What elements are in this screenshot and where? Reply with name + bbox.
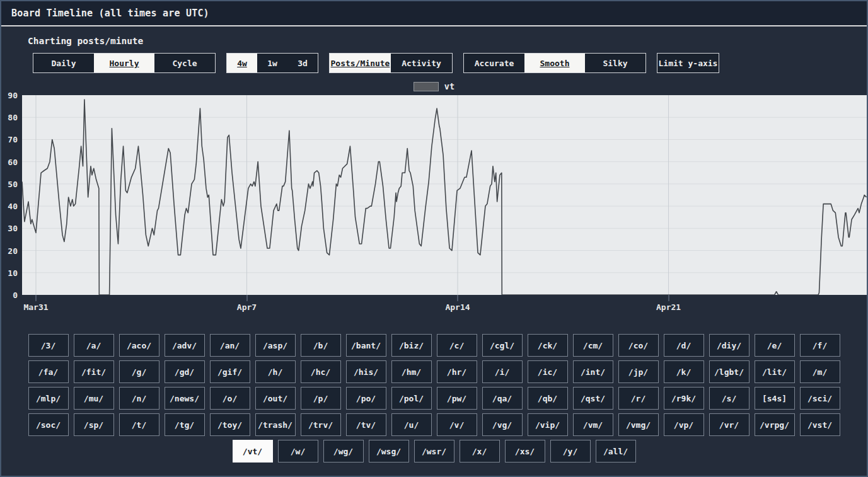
board-button[interactable]: /biz/ bbox=[391, 334, 432, 357]
board-button[interactable]: /e/ bbox=[755, 334, 795, 357]
title-bar: Board Timeline (all times are UTC) bbox=[1, 1, 867, 26]
y-axis-label: 80 bbox=[8, 113, 18, 122]
board-button[interactable]: /k/ bbox=[664, 360, 704, 383]
limit-y-axis-button[interactable]: Limit y-axis bbox=[657, 53, 719, 73]
series-line-vt bbox=[22, 100, 867, 295]
board-button[interactable]: /an/ bbox=[210, 334, 250, 357]
board-button[interactable]: /f/ bbox=[800, 334, 840, 357]
board-button[interactable]: /vip/ bbox=[528, 413, 568, 436]
board-button[interactable]: /d/ bbox=[664, 334, 704, 357]
board-button[interactable]: /bant/ bbox=[346, 334, 386, 357]
board-button[interactable]: /a/ bbox=[74, 334, 114, 357]
chart-plot-area: 0102030405060708090 bbox=[22, 95, 867, 295]
board-button[interactable]: /v/ bbox=[437, 413, 477, 436]
board-button[interactable]: /po/ bbox=[346, 387, 386, 410]
board-button[interactable]: /cgl/ bbox=[482, 334, 523, 357]
board-button[interactable]: /lgbt/ bbox=[709, 360, 749, 383]
option-activity[interactable]: Activity bbox=[391, 54, 452, 72]
option-silky[interactable]: Silky bbox=[585, 54, 645, 72]
board-button[interactable]: /pol/ bbox=[391, 387, 432, 410]
board-button[interactable]: /soc/ bbox=[28, 413, 69, 436]
board-button[interactable]: /all/ bbox=[596, 440, 636, 463]
board-button[interactable]: /hc/ bbox=[301, 360, 341, 383]
board-button[interactable]: /fit/ bbox=[74, 360, 114, 383]
board-button[interactable]: /xs/ bbox=[505, 440, 545, 463]
board-button[interactable]: /y/ bbox=[550, 440, 591, 463]
board-button[interactable]: /wg/ bbox=[323, 440, 364, 463]
option-4w[interactable]: 4w bbox=[227, 54, 257, 72]
board-button[interactable]: /vrpg/ bbox=[755, 413, 795, 436]
board-button[interactable]: /adv/ bbox=[165, 334, 205, 357]
option-accurate[interactable]: Accurate bbox=[464, 54, 524, 72]
board-button[interactable]: /h/ bbox=[255, 360, 296, 383]
board-button[interactable]: /trash/ bbox=[255, 413, 296, 436]
option-hourly[interactable]: Hourly bbox=[94, 54, 154, 72]
board-button[interactable]: /ic/ bbox=[528, 360, 568, 383]
option-cycle[interactable]: Cycle bbox=[154, 54, 215, 72]
board-button[interactable]: /r/ bbox=[618, 387, 659, 410]
board-button[interactable]: /n/ bbox=[119, 387, 159, 410]
y-axis-label: 40 bbox=[8, 202, 18, 210]
board-button[interactable]: /int/ bbox=[573, 360, 613, 383]
board-button[interactable]: /sci/ bbox=[800, 387, 840, 410]
board-button[interactable]: /trv/ bbox=[301, 413, 341, 436]
board-button[interactable]: /u/ bbox=[391, 413, 432, 436]
board-button[interactable]: /qb/ bbox=[528, 387, 568, 410]
board-button[interactable]: [s4s] bbox=[755, 387, 795, 410]
board-button[interactable]: /qa/ bbox=[482, 387, 523, 410]
board-button[interactable]: /his/ bbox=[346, 360, 386, 383]
board-button[interactable]: /3/ bbox=[28, 334, 69, 357]
board-button[interactable]: /gd/ bbox=[165, 360, 205, 383]
button-group-metric: Posts/MinuteActivity bbox=[329, 53, 453, 73]
board-button[interactable]: /t/ bbox=[119, 413, 159, 436]
board-button[interactable]: /r9k/ bbox=[664, 387, 704, 410]
board-button[interactable]: /fa/ bbox=[28, 360, 69, 383]
board-button[interactable]: /gif/ bbox=[210, 360, 250, 383]
button-group-interval: DailyHourlyCycle bbox=[33, 53, 216, 73]
board-button[interactable]: /c/ bbox=[437, 334, 477, 357]
board-button[interactable]: /pw/ bbox=[437, 387, 477, 410]
board-button[interactable]: /co/ bbox=[618, 334, 659, 357]
option-1w[interactable]: 1w bbox=[257, 54, 287, 72]
board-button[interactable]: /diy/ bbox=[709, 334, 749, 357]
board-button[interactable]: /i/ bbox=[482, 360, 523, 383]
board-button[interactable]: /b/ bbox=[301, 334, 341, 357]
board-button[interactable]: /x/ bbox=[460, 440, 500, 463]
board-button[interactable]: /wsr/ bbox=[414, 440, 454, 463]
board-button[interactable]: /vst/ bbox=[800, 413, 840, 436]
board-button[interactable]: /wsg/ bbox=[369, 440, 409, 463]
board-button[interactable]: /hr/ bbox=[437, 360, 477, 383]
board-button[interactable]: /asp/ bbox=[255, 334, 296, 357]
board-button[interactable]: /out/ bbox=[255, 387, 296, 410]
board-button[interactable]: /o/ bbox=[210, 387, 250, 410]
board-button[interactable]: /ck/ bbox=[528, 334, 568, 357]
board-button[interactable]: /qst/ bbox=[573, 387, 613, 410]
option-3d[interactable]: 3d bbox=[287, 54, 318, 72]
board-button[interactable]: /news/ bbox=[165, 387, 205, 410]
board-button[interactable]: /tv/ bbox=[346, 413, 386, 436]
board-button[interactable]: /toy/ bbox=[210, 413, 250, 436]
board-button[interactable]: /sp/ bbox=[74, 413, 114, 436]
board-button[interactable]: /aco/ bbox=[119, 334, 159, 357]
board-button[interactable]: /vm/ bbox=[573, 413, 613, 436]
option-posts-minute[interactable]: Posts/Minute bbox=[330, 54, 391, 72]
board-button[interactable]: /mlp/ bbox=[28, 387, 69, 410]
board-button[interactable]: /vt/ bbox=[233, 440, 273, 463]
option-daily[interactable]: Daily bbox=[33, 54, 94, 72]
board-button[interactable]: /w/ bbox=[278, 440, 318, 463]
board-button[interactable]: /cm/ bbox=[573, 334, 613, 357]
board-button[interactable]: /lit/ bbox=[755, 360, 795, 383]
board-button[interactable]: /g/ bbox=[119, 360, 159, 383]
board-button[interactable]: /mu/ bbox=[74, 387, 114, 410]
board-button[interactable]: /vp/ bbox=[664, 413, 704, 436]
board-button[interactable]: /hm/ bbox=[391, 360, 432, 383]
board-button[interactable]: /vr/ bbox=[709, 413, 749, 436]
board-button[interactable]: /tg/ bbox=[165, 413, 205, 436]
board-button[interactable]: /p/ bbox=[301, 387, 341, 410]
board-button[interactable]: /m/ bbox=[800, 360, 840, 383]
board-button[interactable]: /s/ bbox=[709, 387, 749, 410]
board-button[interactable]: /vg/ bbox=[482, 413, 523, 436]
board-button[interactable]: /jp/ bbox=[618, 360, 659, 383]
option-smooth[interactable]: Smooth bbox=[524, 54, 585, 72]
board-button[interactable]: /vmg/ bbox=[618, 413, 659, 436]
